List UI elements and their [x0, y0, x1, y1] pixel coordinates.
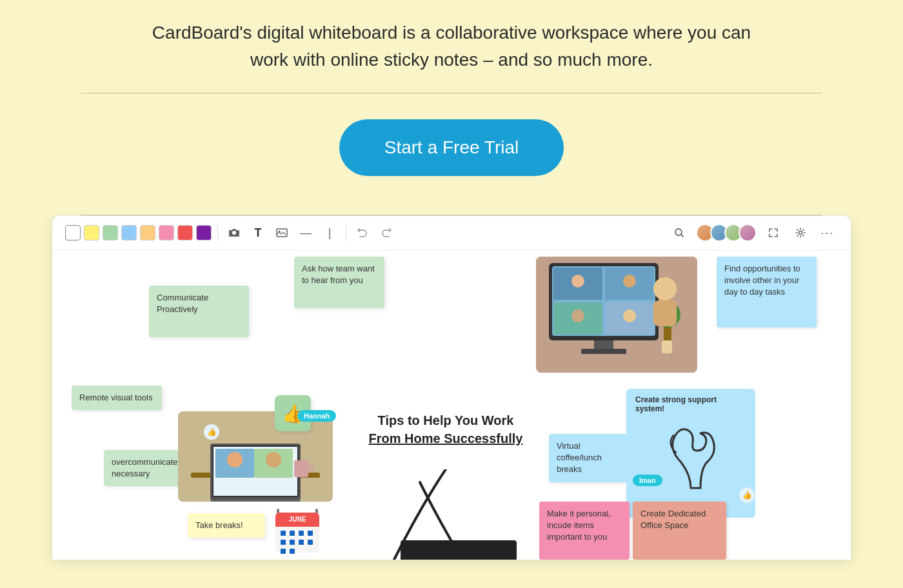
sticky-remote[interactable]: Remote visual tools — [72, 386, 162, 410]
color-peach[interactable] — [140, 225, 155, 240]
svg-text:JUNE: JUNE — [289, 516, 306, 523]
camera-icon[interactable] — [224, 222, 244, 243]
sticky-find-opportunities[interactable]: Find opportunities to involve other in y… — [717, 257, 817, 328]
svg-point-10 — [227, 452, 243, 467]
color-pink[interactable] — [159, 225, 174, 240]
svg-rect-48 — [281, 549, 286, 554]
color-white[interactable] — [65, 225, 81, 240]
svg-rect-40 — [281, 531, 286, 536]
black-bar — [401, 540, 517, 560]
avatar-group — [696, 224, 757, 242]
svg-rect-13 — [210, 500, 301, 502]
svg-rect-14 — [294, 460, 308, 477]
svg-point-25 — [571, 309, 584, 322]
sticky-ask-how[interactable]: Ask how team want to hear from you — [294, 257, 384, 308]
svg-rect-41 — [290, 531, 295, 536]
svg-rect-27 — [594, 340, 613, 350]
more-icon[interactable]: ··· — [817, 222, 838, 243]
cta-area: Start a Free Trial — [64, 93, 838, 215]
line-icon[interactable]: — — [295, 222, 316, 243]
svg-point-31 — [653, 277, 677, 300]
settings-icon[interactable] — [790, 222, 811, 243]
calendar-card: JUNE — [272, 505, 323, 556]
calendar-icon: JUNE — [272, 505, 323, 556]
svg-rect-33 — [662, 340, 672, 353]
sticky-take-breaks[interactable]: Take breaks! — [188, 513, 265, 538]
toolbar-left: T — | — [65, 222, 397, 243]
sticky-dedicated-office[interactable]: Create Dedicated Office Space — [633, 502, 726, 560]
svg-rect-32 — [653, 300, 677, 326]
svg-rect-46 — [299, 540, 304, 545]
whiteboard-container: T — | — [52, 215, 851, 560]
svg-rect-43 — [308, 531, 313, 536]
search-icon[interactable] — [669, 222, 690, 243]
main-title: Tips to Help You Work From Home Successf… — [346, 411, 546, 447]
sticky-virtual-coffee[interactable]: Virtual coffee/lunch breaks — [549, 434, 633, 482]
hero-description: CardBoard's digital whiteboard is a coll… — [145, 19, 758, 74]
like-icon-laptop[interactable]: 👍 — [204, 424, 219, 440]
toolbar: T — | — [52, 216, 851, 250]
color-yellow[interactable] — [84, 225, 99, 240]
svg-point-24 — [623, 275, 636, 288]
svg-rect-44 — [281, 540, 286, 545]
user-badge-iman: Iman — [633, 475, 662, 486]
color-red[interactable] — [177, 225, 193, 240]
color-green[interactable] — [103, 225, 118, 240]
monitor-photo — [536, 257, 697, 373]
like-icon-support[interactable]: 👍 — [739, 487, 755, 503]
divider-bottom — [81, 215, 822, 215]
svg-point-3 — [799, 231, 802, 235]
toolbar-right: ··· — [669, 222, 838, 243]
support-card[interactable]: Create strong support system! — [626, 389, 755, 518]
color-purple[interactable] — [196, 225, 212, 240]
svg-point-12 — [266, 452, 281, 467]
expand-icon[interactable] — [763, 222, 784, 243]
svg-point-26 — [623, 309, 636, 322]
whiteboard-canvas[interactable]: Remote visual tools Communicate Proactiv… — [52, 250, 851, 560]
muscle-drawing — [649, 417, 733, 501]
redo-icon[interactable] — [376, 222, 397, 243]
user-badge-hannah: Hannah — [297, 410, 336, 422]
svg-rect-28 — [581, 349, 626, 354]
undo-icon[interactable] — [352, 222, 373, 243]
svg-rect-47 — [308, 540, 313, 545]
divider-2 — [346, 225, 346, 240]
hero-section: CardBoard's digital whiteboard is a coll… — [0, 0, 903, 215]
avatar-4 — [739, 224, 757, 242]
image-icon[interactable] — [272, 222, 292, 243]
start-trial-button[interactable]: Start a Free Trial — [339, 119, 564, 176]
text-icon[interactable]: T — [248, 222, 268, 243]
divider-1 — [217, 225, 218, 240]
svg-rect-42 — [299, 531, 304, 536]
svg-rect-49 — [290, 549, 295, 554]
pipe-icon[interactable]: | — [319, 222, 340, 243]
svg-point-23 — [571, 275, 584, 288]
svg-rect-15 — [308, 464, 313, 472]
svg-rect-45 — [290, 540, 295, 545]
color-blue[interactable] — [121, 225, 137, 240]
sticky-make-personal[interactable]: Make it personal, incude items important… — [539, 502, 630, 560]
sticky-communicate[interactable]: Communicate Proactively — [149, 286, 249, 337]
